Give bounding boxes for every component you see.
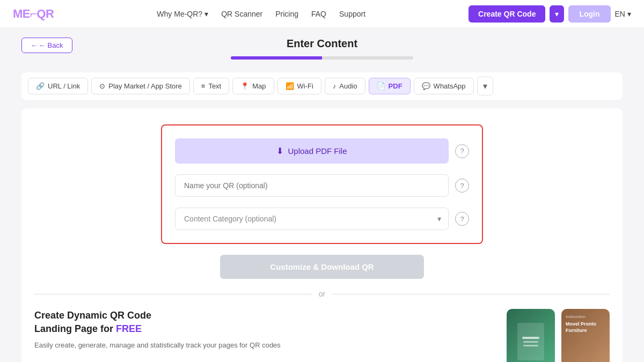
- tab-text[interactable]: ≡ Text: [193, 78, 229, 94]
- create-qr-button[interactable]: Create QR Code: [469, 5, 545, 23]
- tab-whatsapp[interactable]: 💬 WhatsApp: [414, 78, 474, 94]
- upload-icon: ⬇: [276, 146, 283, 156]
- upload-help-icon[interactable]: ?: [455, 144, 469, 158]
- back-button[interactable]: ← ← Back: [21, 38, 72, 53]
- main-content-area: ⬇ Upload PDF File ? ? Content Category (: [21, 108, 623, 362]
- login-button[interactable]: Login: [568, 5, 610, 23]
- divider-line-left: [34, 294, 312, 294]
- header-actions: Create QR Code ▾ Login EN ▾: [469, 5, 631, 23]
- audio-icon: ♪: [333, 82, 336, 90]
- content-type-tabs: 🔗 URL / Link ⊙ Play Market / App Store ≡…: [21, 72, 623, 100]
- tab-wifi[interactable]: 📶 Wi-Fi: [277, 78, 321, 94]
- tab-url-link[interactable]: 🔗 URL / Link: [28, 78, 88, 94]
- nav-support[interactable]: Support: [339, 10, 365, 18]
- pdf-icon: 📄: [377, 82, 385, 90]
- page-title: Enter Content: [287, 38, 357, 50]
- logo-accent: ⌐QR: [30, 7, 54, 20]
- promo-image-brown: Instruction Movel ProntoFurniture: [561, 309, 610, 362]
- back-arrow-icon: ←: [31, 41, 38, 49]
- link-icon: 🔗: [36, 82, 45, 90]
- tab-map[interactable]: 📍 Map: [232, 78, 274, 94]
- tabs-more-button[interactable]: ▾: [477, 77, 493, 95]
- upload-row: ⬇ Upload PDF File ?: [175, 138, 469, 164]
- category-select-row: Content Category (optional) ▾ ?: [175, 208, 469, 230]
- page-content: ← ← Back Enter Content 🔗 URL / Link ⊙ Pl…: [0, 28, 644, 362]
- customize-download-button[interactable]: Customize & Download QR: [220, 255, 424, 279]
- promo-description: Easily create, generate, manage and stat…: [34, 340, 494, 351]
- whatsapp-icon: 💬: [422, 82, 430, 90]
- category-help-icon[interactable]: ?: [455, 212, 469, 226]
- or-divider: or: [34, 290, 610, 298]
- nav-faq[interactable]: FAQ: [311, 10, 326, 18]
- name-input-row: ?: [175, 174, 469, 197]
- upload-pdf-button[interactable]: ⬇ Upload PDF File: [175, 138, 449, 164]
- divider-line-right: [332, 294, 610, 294]
- chevron-down-icon: ▾: [204, 10, 208, 18]
- nav-qr-scanner[interactable]: QR Scanner: [221, 10, 262, 18]
- create-dropdown-button[interactable]: ▾: [550, 5, 564, 23]
- store-icon: ⊙: [99, 82, 105, 90]
- progress-bar: [231, 56, 413, 60]
- promo-images: PSALMS Instruction Movel ProntoFurniture: [507, 309, 610, 362]
- nav-why-meqr[interactable]: Why Me-QR? ▾: [157, 10, 208, 18]
- map-icon: 📍: [240, 82, 249, 90]
- logo-text: ME: [13, 7, 30, 20]
- progress-fill: [231, 56, 322, 60]
- promo-section: Create Dynamic QR CodeLanding Page for F…: [34, 309, 610, 362]
- pdf-form-section: ⬇ Upload PDF File ? ? Content Category (: [161, 124, 483, 244]
- promo-image-green: PSALMS: [507, 309, 555, 362]
- promo-free-text: FREE: [116, 323, 142, 334]
- content-category-select[interactable]: Content Category (optional): [175, 208, 449, 230]
- tab-play-market[interactable]: ⊙ Play Market / App Store: [91, 78, 190, 94]
- logo[interactable]: ME⌐QR: [13, 7, 54, 21]
- main-nav: Why Me-QR? ▾ QR Scanner Pricing FAQ Supp…: [157, 10, 365, 18]
- text-icon: ≡: [201, 82, 206, 90]
- wifi-icon: 📶: [286, 82, 294, 90]
- lang-chevron-icon: ▾: [627, 10, 631, 18]
- promo-text: Create Dynamic QR CodeLanding Page for F…: [34, 309, 494, 351]
- tab-pdf[interactable]: 📄 PDF: [369, 78, 411, 94]
- qr-name-input[interactable]: [175, 174, 449, 197]
- language-selector[interactable]: EN ▾: [615, 10, 631, 18]
- promo-title: Create Dynamic QR CodeLanding Page for F…: [34, 309, 494, 336]
- tab-audio[interactable]: ♪ Audio: [325, 78, 365, 94]
- nav-pricing[interactable]: Pricing: [275, 10, 298, 18]
- progress-empty: [322, 56, 413, 60]
- page-top: ← ← Back Enter Content: [0, 28, 644, 72]
- name-help-icon[interactable]: ?: [455, 179, 469, 193]
- header: ME⌐QR Why Me-QR? ▾ QR Scanner Pricing FA…: [0, 0, 644, 28]
